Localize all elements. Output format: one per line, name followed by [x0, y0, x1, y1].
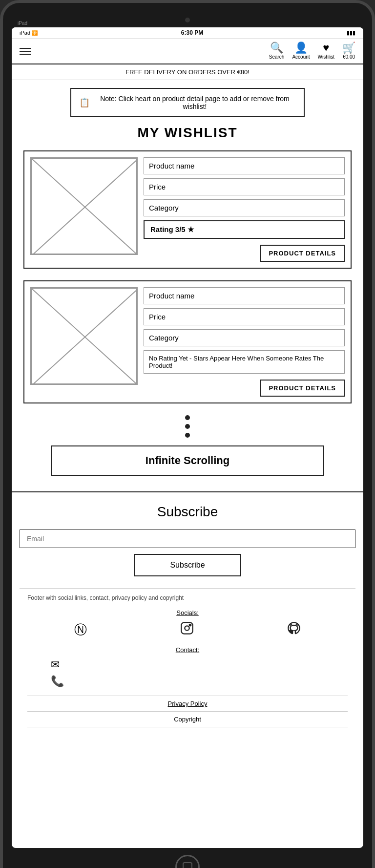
home-button-inner — [183, 862, 192, 868]
product-category: Category — [149, 334, 179, 342]
device-camera — [185, 18, 190, 22]
product-no-rating-box: No Rating Yet - Stars Appear Here When S… — [144, 350, 345, 374]
screen: iPad 🛜 6:30 PM ▮▮▮ 🔍 Search 👤 Account — [12, 27, 363, 848]
product-price: Price — [149, 313, 166, 321]
search-label: Search — [269, 54, 285, 60]
navbar-icons: 🔍 Search 👤 Account ♥ Wishlist 🛒 €0.00 — [269, 42, 355, 60]
wishlist-icon: ♥ — [323, 42, 329, 53]
account-icon: 👤 — [294, 42, 308, 53]
dot — [185, 424, 190, 429]
product-category: Category — [149, 204, 179, 212]
product-rating-box: Rating 3/5 ★ — [144, 220, 345, 239]
product-card: Product name Price Category No Rating Ye… — [23, 280, 352, 403]
cart-nav-item[interactable]: 🛒 €0.00 — [342, 42, 355, 60]
home-button[interactable] — [175, 855, 200, 868]
product-details-button[interactable]: PRODUCT DETAILS — [260, 245, 345, 262]
note-text: Note: Click heart on product detail page… — [94, 95, 296, 110]
social-icons-row: Ⓝ — [27, 621, 348, 638]
infinite-scroll-label: Infinite Scrolling — [146, 454, 229, 466]
email-input[interactable] — [20, 529, 355, 548]
product-rating: No Rating Yet - Stars Appear Here When S… — [149, 355, 324, 369]
subscribe-button[interactable]: Subscribe — [134, 554, 241, 576]
account-nav-item[interactable]: 👤 Account — [292, 42, 310, 60]
copyright-text: Copyright — [27, 711, 348, 727]
product-image — [30, 157, 138, 255]
contact-icons-col: ✉ 📞 — [27, 658, 348, 688]
product-details-button[interactable]: PRODUCT DETAILS — [260, 380, 345, 397]
ipad-status-label: iPad — [20, 30, 30, 36]
cart-icon: 🛒 — [342, 42, 355, 53]
placeholder-svg — [31, 158, 137, 254]
svg-point-7 — [185, 626, 189, 630]
search-icon: 🔍 — [270, 42, 283, 53]
github-icon[interactable] — [287, 621, 301, 638]
clipboard-icon: 📋 — [79, 97, 90, 108]
wishlist-label: Wishlist — [318, 54, 334, 60]
product-category-field: Category — [144, 329, 345, 346]
product-name-field: Product name — [144, 157, 345, 174]
wishlist-note: 📋 Note: Click heart on product detail pa… — [70, 88, 305, 117]
banner-text: FREE DELIVERY ON ORDERS OVER €80! — [125, 68, 250, 76]
battery-icon: ▮▮▮ — [347, 30, 355, 36]
account-label: Account — [292, 54, 310, 60]
infinite-scroll-box: Infinite Scrolling — [51, 445, 324, 476]
menu-button[interactable] — [20, 48, 31, 55]
product-rating: Rating 3/5 ★ — [150, 225, 194, 234]
subscribe-title: Subscribe — [20, 504, 355, 520]
subscribe-btn-label: Subscribe — [170, 561, 205, 569]
product-image — [30, 287, 138, 385]
privacy-policy-link[interactable]: Privacy Policy — [27, 696, 348, 711]
socials-label: Socials: — [27, 609, 348, 616]
instagram-icon[interactable] — [180, 621, 194, 638]
product-info: Product name Price Category Rating 3/5 ★… — [144, 157, 345, 262]
product-info: Product name Price Category No Rating Ye… — [144, 287, 345, 397]
scroll-dots — [12, 415, 363, 438]
details-btn-label: PRODUCT DETAILS — [269, 384, 336, 392]
svg-line-0 — [31, 158, 137, 254]
email-icon[interactable]: ✉ — [51, 658, 60, 671]
contact-label: Contact: — [27, 646, 348, 654]
footer-note: Footer with social links, contact, priva… — [27, 594, 348, 601]
product-card: Product name Price Category Rating 3/5 ★… — [23, 150, 352, 269]
navbar: 🔍 Search 👤 Account ♥ Wishlist 🛒 €0.00 — [12, 39, 363, 64]
device-frame: iPad iPad 🛜 6:30 PM ▮▮▮ 🔍 Search — [0, 0, 375, 868]
details-btn-label: PRODUCT DETAILS — [269, 250, 336, 257]
dot — [185, 433, 190, 438]
wishlist-nav-item[interactable]: ♥ Wishlist — [318, 42, 334, 60]
product-name-field: Product name — [144, 287, 345, 304]
svg-point-8 — [189, 624, 191, 626]
ipad-label: iPad — [18, 21, 27, 26]
footer-section: Subscribe Subscribe Footer with social l… — [12, 491, 363, 733]
search-nav-item[interactable]: 🔍 Search — [269, 42, 285, 60]
product-category-field: Category — [144, 199, 345, 216]
product-name: Product name — [149, 292, 194, 300]
cart-label: €0.00 — [343, 54, 355, 60]
product-price-field: Price — [144, 178, 345, 195]
facebook-icon[interactable]: Ⓝ — [74, 621, 87, 638]
placeholder-svg — [31, 288, 137, 384]
product-name: Product name — [149, 162, 194, 170]
footer-bottom: Footer with social links, contact, priva… — [20, 588, 355, 733]
status-time: 6:30 PM — [181, 29, 203, 36]
status-left: iPad 🛜 — [20, 30, 38, 36]
svg-line-3 — [31, 288, 137, 384]
product-price-field: Price — [144, 308, 345, 325]
product-price: Price — [149, 183, 166, 191]
delivery-banner: FREE DELIVERY ON ORDERS OVER €80! — [12, 64, 363, 80]
status-right: ▮▮▮ — [347, 30, 355, 36]
wifi-icon: 🛜 — [32, 30, 38, 36]
dot — [185, 415, 190, 420]
status-bar: iPad 🛜 6:30 PM ▮▮▮ — [12, 27, 363, 39]
phone-icon[interactable]: 📞 — [51, 675, 64, 688]
page-title: MY WISHLIST — [12, 125, 363, 141]
